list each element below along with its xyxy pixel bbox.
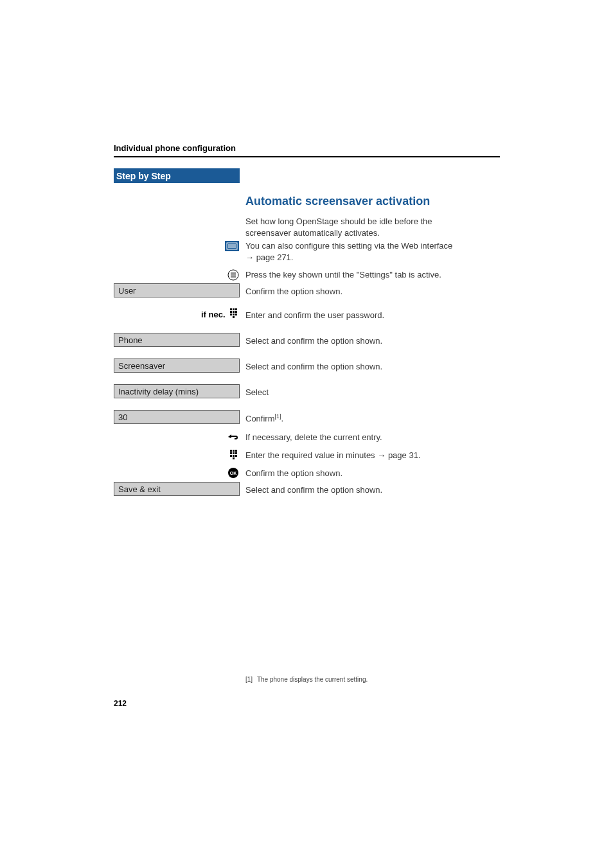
keypad-icon xyxy=(228,307,238,317)
user-option-label: User xyxy=(118,286,136,296)
screensaver-option-label: Screensaver xyxy=(118,361,165,371)
header-rule xyxy=(114,156,500,157)
arrow-icon-2: → xyxy=(377,450,388,460)
web-text-a: You can also configure this setting via … xyxy=(245,241,452,251)
inactivity-instr: Select xyxy=(245,387,269,398)
save-exit-box: Save & exit xyxy=(114,482,240,496)
step-by-step-label: Step by Step xyxy=(116,171,171,181)
phone-instr: Select and confirm the option shown. xyxy=(245,335,382,347)
phone-option-box: Phone xyxy=(114,333,240,347)
arrow-icon: → xyxy=(245,252,256,262)
intro-line1: Set how long OpenStage should be idle be… xyxy=(245,217,432,226)
ok-icon: OK xyxy=(226,466,239,479)
confirm-ok-instr: Confirm the option shown. xyxy=(245,468,342,479)
enter-value-text: Enter the required value in minutes → pa… xyxy=(245,450,420,461)
page-number: 212 xyxy=(114,699,127,708)
enter-value-b: page 31. xyxy=(388,450,421,460)
press-key-text: Press the key shown until the "Settings"… xyxy=(245,269,441,281)
value-box: 30 xyxy=(114,410,240,424)
save-instr: Select and confirm the option shown. xyxy=(245,484,382,496)
footnote-marker: [1] xyxy=(245,676,253,683)
web-text-b: page 271. xyxy=(256,252,294,262)
intro-text: Set how long OpenStage should be idle be… xyxy=(245,216,490,238)
svg-text:OK: OK xyxy=(230,471,237,475)
delete-instr: If necessary, delete the current entry. xyxy=(245,432,382,443)
confirm-dot: . xyxy=(281,414,284,423)
running-header: Individual phone configuration xyxy=(114,143,236,153)
section-heading: Automatic screensaver activation xyxy=(245,195,430,208)
footnote-text: The phone displays the current setting. xyxy=(257,676,368,683)
step-by-step-bar: Step by Step xyxy=(114,168,240,183)
inactivity-delay-box: Inactivity delay (mins) xyxy=(114,384,240,398)
if-nec-label: if nec. xyxy=(201,310,226,319)
value-label: 30 xyxy=(118,412,127,422)
user-option-box: User xyxy=(114,283,240,297)
password-instr: Enter and confirm the user password. xyxy=(245,310,384,321)
save-exit-label: Save & exit xyxy=(118,484,161,494)
settings-key-icon xyxy=(226,269,239,281)
web-config-text: You can also configure this setting via … xyxy=(245,240,502,263)
screensaver-option-box: Screensaver xyxy=(114,359,240,373)
user-instr: Confirm the option shown. xyxy=(245,286,342,297)
footnote: [1] The phone displays the current setti… xyxy=(245,676,368,683)
keypad-icon-2 xyxy=(228,448,238,459)
confirm-word: Confirm xyxy=(245,414,275,423)
inactivity-delay-label: Inactivity delay (mins) xyxy=(118,387,199,396)
web-config-icon xyxy=(222,240,239,251)
confirm-text: Confirm[1]. xyxy=(245,412,283,425)
footnote-ref: [1] xyxy=(275,413,281,420)
phone-option-label: Phone xyxy=(118,335,143,345)
screensaver-instr: Select and confirm the option shown. xyxy=(245,361,382,373)
enter-value-a: Enter the required value in minutes xyxy=(245,450,375,460)
back-arrow-icon xyxy=(226,432,239,442)
intro-line2: screensaver automatically activates. xyxy=(245,228,380,238)
